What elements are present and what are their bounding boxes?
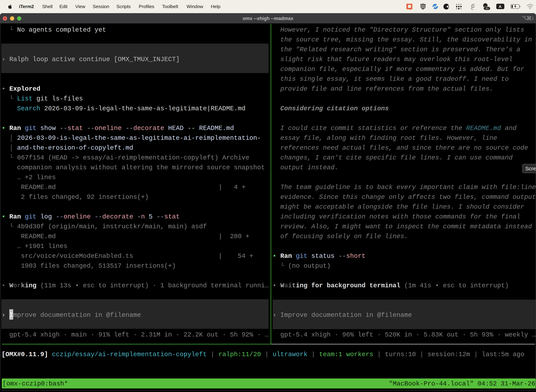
svg-text:1: 1 <box>531 16 534 21</box>
svg-text:..61: ..61 <box>484 7 489 10</box>
svg-text:A: A <box>499 5 502 9</box>
